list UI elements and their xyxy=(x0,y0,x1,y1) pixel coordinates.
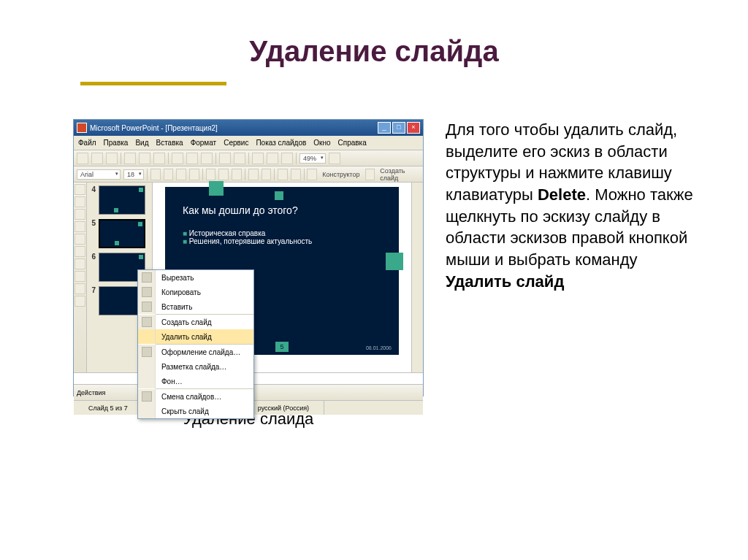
ctx-new-slide[interactable]: Создать слайд xyxy=(138,315,253,329)
design-icon xyxy=(142,347,152,357)
align-left-icon[interactable] xyxy=(206,169,216,180)
slide-thumb-5[interactable]: 5 xyxy=(88,219,150,248)
app-icon xyxy=(77,123,87,133)
ctx-paste[interactable]: Вставить xyxy=(138,299,253,314)
redo-icon[interactable] xyxy=(234,153,245,164)
vertical-scrollbar[interactable] xyxy=(411,183,423,372)
new-slide-icon xyxy=(142,317,152,327)
shadow-icon[interactable] xyxy=(189,169,199,180)
new-slide-label[interactable]: Создать слайд xyxy=(378,167,420,182)
underline-icon[interactable] xyxy=(176,169,186,180)
new-icon[interactable] xyxy=(77,153,88,164)
open-icon[interactable] xyxy=(91,153,103,164)
menu-view[interactable]: Вид xyxy=(135,139,148,147)
new-slide-icon[interactable] xyxy=(365,169,375,180)
align-center-icon[interactable] xyxy=(218,169,229,180)
bold-icon[interactable] xyxy=(150,169,161,180)
menu-insert[interactable]: Вставка xyxy=(156,139,183,147)
side-tool-icon[interactable] xyxy=(75,246,85,257)
design-label[interactable]: Конструктор xyxy=(320,171,362,178)
slide-bullets: Историческая справка Решения, потерявшие… xyxy=(183,229,381,245)
actions-dropdown[interactable]: Действия xyxy=(77,389,105,396)
undo-icon[interactable] xyxy=(219,153,231,164)
design-icon[interactable] xyxy=(307,169,317,180)
menu-slideshow[interactable]: Показ слайдов xyxy=(256,139,306,147)
ctx-hide-slide[interactable]: Скрыть слайд xyxy=(138,404,253,418)
preview-icon[interactable] xyxy=(139,153,150,164)
ctx-cut[interactable]: Вырезать xyxy=(138,270,253,285)
ctx-background[interactable]: Фон… xyxy=(138,374,253,388)
cut-icon xyxy=(142,272,152,283)
menu-file[interactable]: Файл xyxy=(78,139,96,147)
print-icon[interactable] xyxy=(124,153,136,164)
italic-icon[interactable] xyxy=(164,169,174,180)
help-icon[interactable] xyxy=(329,153,340,164)
body-text: Для того чтобы удалить слайд, выделите е… xyxy=(446,119,704,429)
side-tool-icon[interactable] xyxy=(75,221,85,232)
menu-edit[interactable]: Правка xyxy=(104,139,129,147)
ctx-layout[interactable]: Разметка слайда… xyxy=(138,359,253,374)
font-name-dropdown[interactable]: Arial xyxy=(77,169,121,180)
body-bold2: Удалить слайд xyxy=(446,272,564,291)
paste-icon[interactable] xyxy=(201,153,213,164)
body-bold1: Delete xyxy=(538,185,586,204)
context-menu: Вырезать Копировать Вставить Создать сла… xyxy=(137,269,254,419)
slide-heading: Как мы дошли до этого? xyxy=(183,204,381,216)
window-buttons: _ □ × xyxy=(378,122,420,134)
paste-icon xyxy=(142,302,152,312)
standard-toolbar: 49% xyxy=(74,150,423,166)
minimize-button[interactable]: _ xyxy=(378,122,391,134)
side-tool-icon[interactable] xyxy=(75,296,85,307)
slide-thumb-4[interactable]: 4 xyxy=(88,185,150,215)
ctx-copy[interactable]: Копировать xyxy=(138,285,253,299)
bullet-item: Историческая справка xyxy=(183,229,381,237)
maximize-button[interactable]: □ xyxy=(392,122,405,134)
left-tool-column xyxy=(74,183,87,372)
numbering-icon[interactable] xyxy=(248,169,259,180)
side-tool-icon[interactable] xyxy=(75,234,85,245)
window-titlebar: Microsoft PowerPoint - [Презентация2] _ … xyxy=(74,120,423,136)
menu-tools[interactable]: Сервис xyxy=(224,139,248,147)
side-tool-icon[interactable] xyxy=(75,258,85,269)
increase-font-icon[interactable] xyxy=(278,169,288,180)
menu-help[interactable]: Справка xyxy=(338,139,367,147)
copy-icon xyxy=(142,287,152,297)
side-tool-icon[interactable] xyxy=(75,271,85,282)
menu-window[interactable]: Окно xyxy=(313,139,330,147)
left-column: Microsoft PowerPoint - [Презентация2] _ … xyxy=(73,119,424,429)
transition-icon xyxy=(142,391,152,402)
copy-icon[interactable] xyxy=(186,153,198,164)
status-slide-number: Слайд 5 из 7 xyxy=(74,401,143,415)
bullets-icon[interactable] xyxy=(262,169,272,180)
ctx-transition[interactable]: Смена слайдов… xyxy=(138,389,253,404)
save-icon[interactable] xyxy=(106,153,118,164)
font-size-dropdown[interactable]: 18 xyxy=(123,169,144,180)
spell-icon[interactable] xyxy=(153,153,165,164)
status-language: русский (Россия) xyxy=(243,401,324,415)
bullet-item: Решения, потерявшие актуальность xyxy=(183,237,381,245)
hyperlink-icon[interactable] xyxy=(281,153,293,164)
ctx-design[interactable]: Оформление слайда… xyxy=(138,345,253,359)
side-tool-icon[interactable] xyxy=(75,184,85,195)
close-button[interactable]: × xyxy=(407,122,420,134)
side-tool-icon[interactable] xyxy=(75,283,85,294)
cut-icon[interactable] xyxy=(172,153,183,164)
menu-format[interactable]: Формат xyxy=(191,139,217,147)
align-right-icon[interactable] xyxy=(232,169,242,180)
menu-bar: Файл Правка Вид Вставка Формат Сервис По… xyxy=(74,136,423,150)
content-row: Microsoft PowerPoint - [Презентация2] _ … xyxy=(0,75,748,429)
powerpoint-screenshot: Microsoft PowerPoint - [Презентация2] _ … xyxy=(73,119,424,396)
zoom-dropdown[interactable]: 49% xyxy=(299,153,326,164)
page-title: Удаление слайда xyxy=(0,0,748,75)
chart-icon[interactable] xyxy=(252,153,264,164)
window-title: Microsoft PowerPoint - [Презентация2] xyxy=(90,124,378,132)
side-tool-icon[interactable] xyxy=(75,196,85,207)
table-icon[interactable] xyxy=(267,153,278,164)
accent-bar xyxy=(80,82,226,85)
side-tool-icon[interactable] xyxy=(75,209,85,220)
decrease-font-icon[interactable] xyxy=(291,169,301,180)
ctx-delete-slide[interactable]: Удалить слайд xyxy=(138,329,253,344)
formatting-toolbar: Arial 18 Конструктор xyxy=(74,166,423,183)
